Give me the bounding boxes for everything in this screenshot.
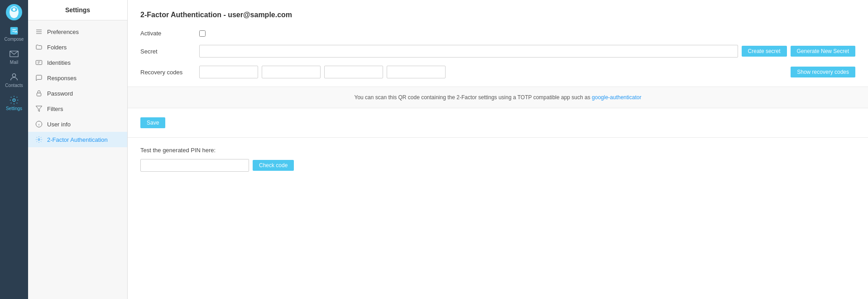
sidebar-item-responses[interactable]: Responses — [28, 70, 127, 86]
info-icon — [35, 121, 43, 128]
nav-compose[interactable]: Compose — [0, 22, 28, 45]
secret-input[interactable] — [199, 45, 738, 58]
app-logo — [5, 4, 23, 22]
svg-point-9 — [13, 99, 15, 101]
qr-info-banner: You can scan this QR code containing the… — [128, 87, 868, 108]
create-secret-button[interactable]: Create secret — [742, 46, 787, 57]
sidebar-item-2fa[interactable]: 2-Factor Authentication — [28, 132, 127, 147]
test-section-title: Test the generated PIN here: — [140, 147, 855, 154]
svg-point-3 — [13, 8, 15, 11]
secret-row: Secret Create secret Generate New Secret — [140, 45, 855, 58]
recovery-inputs-group — [199, 66, 787, 78]
nav-settings-label: Settings — [6, 106, 22, 111]
icon-bar: Compose Mail Contacts Settings — [0, 0, 28, 299]
sidebar-item-password[interactable]: Password — [28, 86, 127, 101]
nav-contacts[interactable]: Contacts — [0, 68, 28, 92]
save-area: Save — [140, 117, 855, 128]
google-authenticator-link[interactable]: google-authenticator — [592, 94, 641, 101]
sidebar: Settings Preferences Folders Id — [28, 0, 128, 299]
test-pin-input[interactable] — [140, 159, 249, 172]
secret-label: Secret — [140, 48, 199, 55]
sidebar-header: Settings — [28, 0, 127, 20]
sidebar-item-identities[interactable]: Identities — [28, 55, 127, 70]
svg-marker-17 — [36, 106, 42, 111]
svg-rect-16 — [37, 93, 41, 96]
id-card-icon — [35, 59, 43, 66]
activate-checkbox-area — [199, 30, 855, 37]
svg-rect-13 — [36, 60, 42, 64]
menu-icon — [35, 28, 43, 35]
page-title: 2-Factor Authentication - user@sample.co… — [140, 11, 855, 19]
nav-settings[interactable]: Settings — [0, 92, 28, 115]
save-button[interactable]: Save — [140, 117, 165, 128]
folder-icon — [35, 43, 43, 51]
qr-info-text: You can scan this QR code containing the… — [355, 94, 592, 101]
nav-contacts-label: Contacts — [5, 83, 23, 88]
recovery-input-4[interactable] — [387, 66, 446, 78]
recovery-codes-control-area: Show recovery codes — [199, 66, 855, 78]
gear-icon — [35, 136, 43, 143]
show-recovery-codes-button[interactable]: Show recovery codes — [791, 67, 855, 77]
svg-rect-4 — [10, 27, 18, 35]
section-divider — [128, 137, 868, 138]
nav-mail-label: Mail — [10, 60, 18, 65]
activate-checkbox[interactable] — [199, 30, 206, 37]
chat-icon — [35, 74, 43, 82]
svg-point-21 — [38, 139, 40, 140]
svg-point-8 — [12, 74, 15, 77]
recovery-input-2[interactable] — [262, 66, 321, 78]
sidebar-nav: Preferences Folders Identities Responses — [28, 20, 127, 151]
test-input-row: Check code — [140, 159, 855, 172]
content-area: 2-Factor Authentication - user@sample.co… — [128, 0, 868, 183]
sidebar-item-filters[interactable]: Filters — [28, 101, 127, 116]
recovery-codes-row: Recovery codes Show recovery codes — [140, 66, 855, 78]
nav-mail[interactable]: Mail — [0, 45, 28, 68]
activate-label: Activate — [140, 30, 199, 37]
recovery-input-1[interactable] — [199, 66, 258, 78]
activate-row: Activate — [140, 30, 855, 37]
recovery-input-3[interactable] — [324, 66, 383, 78]
generate-new-secret-button[interactable]: Generate New Secret — [791, 46, 855, 57]
recovery-codes-label: Recovery codes — [140, 69, 199, 76]
filter-icon — [35, 105, 43, 112]
main-content: 2-Factor Authentication - user@sample.co… — [128, 0, 868, 299]
secret-control-area: Create secret Generate New Secret — [199, 45, 855, 58]
lock-icon — [35, 90, 43, 97]
sidebar-item-folders[interactable]: Folders — [28, 39, 127, 55]
check-code-button[interactable]: Check code — [253, 160, 294, 171]
sidebar-item-user-info[interactable]: User info — [28, 116, 127, 132]
nav-compose-label: Compose — [5, 37, 24, 42]
sidebar-item-preferences[interactable]: Preferences — [28, 24, 127, 39]
